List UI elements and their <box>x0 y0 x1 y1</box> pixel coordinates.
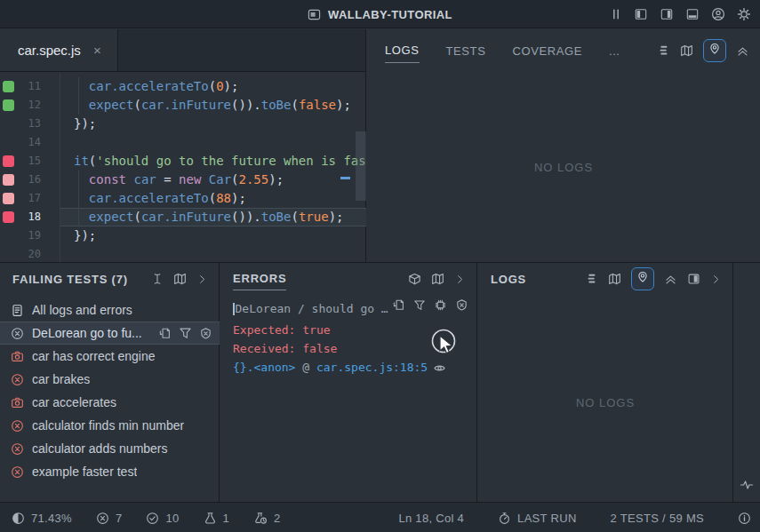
pause-icon[interactable] <box>610 8 622 20</box>
camera-icon <box>11 396 24 409</box>
errors-panel: ERRORS DeLorean / should go … Expected: … <box>220 263 477 503</box>
code-line-16[interactable]: 16 const car = new Car(2.55); <box>0 171 366 189</box>
error-breadcrumb[interactable]: DeLorean / should go … <box>233 300 388 318</box>
test-list-item[interactable]: car has correct engine <box>0 345 220 368</box>
title-bar-actions <box>610 0 751 28</box>
run-summary-value: 2 TESTS / 59 MS <box>611 512 704 525</box>
debug-stop-icon[interactable] <box>455 298 468 312</box>
test-list-item[interactable]: calculator adds numbers <box>0 437 220 460</box>
code-line-12[interactable]: 12 expect(car.inFuture()).toBe(false); <box>0 96 366 115</box>
layout-sidebar-right-icon[interactable] <box>660 8 674 20</box>
test-list-item[interactable]: car accelerates <box>0 391 220 414</box>
flask-pending-status[interactable]: 2 <box>253 512 281 525</box>
code-line-14[interactable]: 14 <box>0 133 366 152</box>
map-icon[interactable] <box>680 44 693 58</box>
code-line-20[interactable]: 20 <box>0 245 366 262</box>
cube-icon[interactable] <box>408 273 421 286</box>
x-circle-icon <box>11 373 24 386</box>
copy-icon[interactable] <box>158 327 172 340</box>
settings-gear-icon[interactable] <box>737 7 751 21</box>
chevron-right-icon[interactable] <box>454 274 466 285</box>
line-number: 19 <box>12 226 41 245</box>
pin-toggle[interactable] <box>703 39 726 62</box>
collapse-chevrons-icon[interactable] <box>736 44 749 58</box>
last-run-status[interactable]: LAST RUN <box>498 512 576 525</box>
tab-more[interactable]: ... <box>609 39 620 63</box>
filter-funnel-icon[interactable] <box>413 299 426 312</box>
filter-icon[interactable] <box>179 327 192 340</box>
test-list-item[interactable]: car brakes <box>0 368 220 391</box>
debug-icon[interactable] <box>199 327 212 340</box>
pin-toggle[interactable] <box>631 267 654 290</box>
profiler-chip-icon[interactable] <box>434 298 447 312</box>
collapse-chevrons-icon[interactable] <box>664 273 677 286</box>
performance-pulse-icon[interactable] <box>740 478 754 492</box>
code-line-11[interactable]: 11 car.accelerateTo(0); <box>0 77 366 96</box>
eye-icon[interactable] <box>433 361 446 375</box>
log-layers-icon[interactable] <box>585 273 598 286</box>
stack-location-link[interactable]: car.spec.js:18:5 <box>316 359 428 377</box>
map-icon[interactable] <box>431 273 444 286</box>
failing-status[interactable]: 7 <box>96 512 123 525</box>
tab-coverage[interactable]: COVERAGE <box>512 39 581 63</box>
tab-tests[interactable]: TESTS <box>446 39 486 63</box>
code-line-19[interactable]: 19}); <box>0 226 366 245</box>
code-area[interactable]: 11 car.accelerateTo(0);12 expect(car.inF… <box>0 73 366 262</box>
status-right: Ln 18, Col 4 LAST RUN 2 TESTS / 59 MS <box>398 503 751 532</box>
code-text: car.accelerateTo(0); <box>74 77 238 96</box>
close-icon[interactable]: × <box>93 43 101 58</box>
scrollbar-thumb[interactable] <box>356 131 366 201</box>
code-line-18[interactable]: 18 expect(car.inFuture()).toBe(true); E <box>0 208 366 226</box>
cursor-position[interactable]: Ln 18, Col 4 <box>398 512 464 525</box>
split-panel-icon[interactable] <box>687 273 700 285</box>
code-line-13[interactable]: 13}); <box>0 115 366 133</box>
no-logs-area: NO LOGS <box>367 159 760 175</box>
side-strip <box>734 263 760 503</box>
code-line-17[interactable]: 17 car.accelerateTo(88); <box>0 189 366 208</box>
failing-tests-icons <box>151 273 208 286</box>
run-summary[interactable]: 2 TESTS / 59 MS <box>611 512 704 525</box>
last-run-label: LAST RUN <box>517 512 576 525</box>
location-pin-icon <box>708 43 721 55</box>
test-list-item[interactable]: All logs and errors <box>0 298 220 322</box>
tab-logs[interactable]: LOGS <box>385 38 420 63</box>
test-label: car brakes <box>32 372 90 386</box>
test-list-item[interactable]: example faster test <box>0 460 220 483</box>
test-list-item[interactable]: DeLorean go to fu... <box>0 322 220 345</box>
editor-tab-bar: car.spec.js × <box>0 29 365 72</box>
layout-sidebar-left-icon[interactable] <box>634 8 648 20</box>
log-layers-icon[interactable] <box>657 44 670 58</box>
logs-icons <box>585 267 722 290</box>
chevron-right-icon[interactable] <box>710 274 722 285</box>
cursor-position-value: Ln 18, Col 4 <box>398 512 464 525</box>
text-cursor-icon[interactable] <box>151 273 164 285</box>
test-label: car accelerates <box>32 395 116 409</box>
info-icon[interactable] <box>738 512 751 525</box>
errors-icons <box>408 273 466 286</box>
no-logs-area: NO LOGS <box>478 394 732 410</box>
window-title: WALLABY-TUTORIAL <box>328 8 452 21</box>
error-received: Received: false <box>233 340 337 358</box>
code-text: car.accelerateTo(88); <box>74 189 246 208</box>
line-number: 13 <box>12 115 41 133</box>
layout-panel-icon[interactable] <box>685 8 700 20</box>
error-stack-frame[interactable]: {}.<anon> @ car.spec.js:18:5 <box>233 359 446 377</box>
flask-clock-icon <box>253 512 268 525</box>
tab-car-spec-js[interactable]: car.spec.js × <box>0 29 118 71</box>
test-label: calculator adds numbers <box>32 441 168 456</box>
coverage-status[interactable]: 71.43% <box>12 512 72 525</box>
logs-panel: LOGS NO LOGS <box>478 263 733 503</box>
code-line-15[interactable]: 15it('should go to the future when is fa… <box>0 152 366 171</box>
code-text: expect(car.inFuture()).toBe(true); E <box>74 208 366 226</box>
test-list-item[interactable]: calculator finds min number <box>0 414 220 437</box>
account-icon[interactable] <box>711 7 725 21</box>
editor-scrollbar[interactable] <box>356 73 366 262</box>
map-icon[interactable] <box>173 273 187 286</box>
map-icon[interactable] <box>608 273 621 286</box>
x-circle-icon <box>11 327 24 340</box>
copy-icon[interactable] <box>392 298 405 312</box>
chevron-right-icon[interactable] <box>196 274 208 285</box>
flask-status[interactable]: 1 <box>204 512 230 525</box>
passing-count: 10 <box>165 512 179 525</box>
passing-status[interactable]: 10 <box>146 512 179 525</box>
